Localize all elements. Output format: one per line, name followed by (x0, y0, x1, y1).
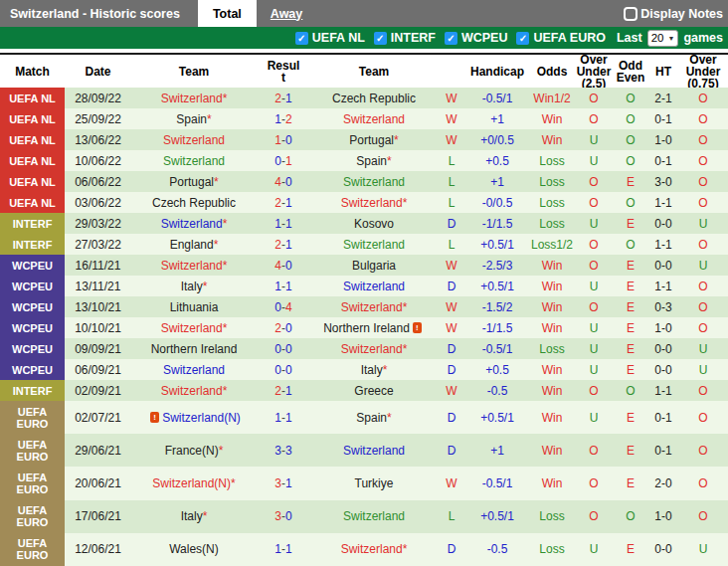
match-date: 29/03/22 (65, 213, 131, 234)
over-under-2-5: O (575, 192, 613, 213)
home-team: France(N)* (131, 434, 257, 467)
over-under-0-75: O (678, 192, 728, 213)
over-under-0-75: O (678, 276, 728, 296)
odds-result: Win (529, 401, 575, 434)
odd-even: E (613, 401, 648, 434)
home-away-star: * (387, 411, 392, 425)
handicap-value: +0.5/1 (465, 234, 529, 255)
table-row: WCPEU06/09/21Switzerland0-0Italy*D+0.5Wi… (0, 359, 728, 380)
away-team: Czech Republic (310, 88, 438, 108)
score: 1-1 (257, 276, 310, 296)
team-name: Italy (361, 363, 383, 377)
team-name: France(N) (165, 444, 219, 458)
score: 1-1 (257, 213, 310, 234)
wcpeu-checkbox[interactable]: ✓ (445, 32, 457, 45)
odd-even: O (613, 150, 648, 171)
over-under-0-75: U (678, 533, 728, 566)
games-count-select[interactable]: 20 ▼ (647, 30, 679, 47)
team-name: Northern Ireland (323, 321, 410, 335)
interf-checkbox[interactable]: ✓ (374, 32, 387, 45)
away-team: Switzerland* (310, 296, 438, 317)
col-header-over-under-25: Over Under (2.5) (575, 54, 613, 90)
home-away-star: * (383, 363, 388, 377)
odds-result: Win1/2 (529, 88, 575, 108)
ht-score: 0-1 (648, 401, 678, 434)
uefa-nl-label: UEFA NL (312, 31, 365, 45)
wdl-result: D (438, 359, 465, 380)
wdl-result: L (438, 150, 465, 171)
competition-badge: UEFA NL (0, 192, 65, 213)
games-label: games (683, 31, 723, 45)
home-away-star: * (403, 342, 408, 356)
score: 3-1 (257, 467, 310, 499)
team-name: Switzerland (343, 509, 405, 523)
over-under-2-5: O (575, 380, 613, 401)
home-team: Spain* (131, 108, 257, 129)
over-under-2-5: U (575, 129, 613, 150)
col-header-match: Match (0, 66, 65, 78)
team-name: Switzerland (163, 363, 225, 377)
match-date: 09/09/21 (65, 338, 131, 359)
ht-score: 0-0 (648, 359, 678, 380)
odds-result: Loss (529, 171, 575, 192)
team-name: Switzerland (341, 196, 403, 210)
over-under-0-75: O (678, 234, 728, 255)
ht-score: 3-0 (648, 171, 678, 192)
over-under-2-5: O (575, 88, 613, 108)
away-team: Switzerland* (310, 533, 438, 566)
uefa-nl-checkbox[interactable]: ✓ (295, 32, 308, 45)
ht-score: 1-1 (648, 380, 678, 401)
display-notes-checkbox[interactable] (624, 7, 637, 21)
score: 2-1 (257, 380, 310, 401)
competition-badge: INTERF (0, 234, 65, 255)
ht-score: 1-0 (648, 129, 678, 150)
display-notes-label: Display Notes (640, 7, 723, 21)
over-under-0-75: O (678, 296, 728, 317)
away-team: Switzerland (310, 234, 438, 255)
wdl-result: W (438, 108, 465, 129)
ht-score: 0-0 (648, 255, 678, 276)
home-team: Switzerland* (131, 255, 257, 276)
score: 2-1 (257, 192, 310, 213)
team-name: Kosovo (354, 217, 394, 231)
handicap-value: +1 (465, 434, 529, 467)
odd-even: E (613, 213, 648, 234)
home-away-star: * (207, 112, 212, 126)
odds-result: Win (529, 380, 575, 401)
competition-badge: UEFA NL (0, 108, 65, 129)
score: 2-1 (257, 88, 310, 108)
filter-uefa-euro: ✓ UEFA EURO (516, 31, 605, 45)
tab-away[interactable]: Away (257, 0, 316, 27)
odd-even: E (613, 171, 648, 192)
competition-badge: WCPEU (0, 359, 65, 380)
table-row: INTERF02/09/21Switzerland*2-1GreeceW-0.5… (0, 380, 728, 401)
home-team: Wales(N) (131, 533, 257, 566)
col-header-result: Result (257, 60, 310, 84)
over-under-0-75: U (678, 359, 728, 380)
home-team: Northern Ireland (131, 338, 257, 359)
tab-total[interactable]: Total (198, 0, 257, 27)
odds-result: Loss1/2 (529, 234, 575, 255)
table-row: WCPEU09/09/21Northern Ireland0-0Switzerl… (0, 338, 728, 359)
competition-badge: UEFA NL (0, 150, 65, 171)
filter-uefa-nl: ✓ UEFA NL (295, 31, 365, 45)
score: 3-3 (257, 434, 310, 467)
col-header-handicap: Handicap (465, 66, 529, 78)
team-name: England (170, 238, 214, 252)
team-name: Switzerland (161, 384, 223, 398)
home-team: Italy* (131, 276, 257, 296)
uefa-euro-checkbox[interactable]: ✓ (516, 32, 529, 45)
wdl-result: W (438, 88, 465, 108)
wcpeu-label: WCPEU (461, 31, 508, 45)
odds-result: Win (529, 359, 575, 380)
over-under-2-5: U (575, 276, 613, 296)
display-notes: Display Notes (624, 0, 728, 27)
competition-badge: WCPEU (0, 276, 65, 296)
table-row: WCPEU16/11/21Switzerland*4-0BulgariaW-2.… (0, 255, 728, 276)
competition-badge: WCPEU (0, 338, 65, 359)
match-date: 06/06/22 (65, 171, 131, 192)
competition-badge: UEFA EURO (0, 500, 65, 533)
ht-score: 1-1 (648, 192, 678, 213)
ht-score: 0-0 (648, 213, 678, 234)
over-under-2-5: O (575, 108, 613, 129)
